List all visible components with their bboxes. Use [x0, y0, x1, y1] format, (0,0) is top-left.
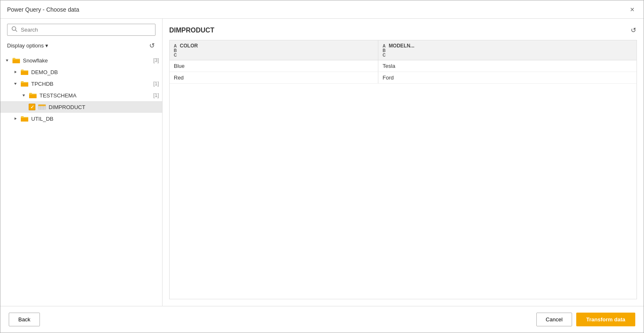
search-box	[7, 24, 155, 36]
title-bar: Power Query - Choose data ×	[0, 0, 644, 19]
chevron-down-icon	[12, 80, 19, 87]
search-box-wrap	[0, 24, 162, 38]
bottom-bar: Back Cancel Transform data	[0, 306, 644, 333]
table-icon	[38, 103, 46, 111]
demo-db-label: DEMO_DB	[31, 69, 159, 75]
cell-color-1: Blue	[170, 60, 378, 72]
display-options-button[interactable]: Display options ▾	[7, 42, 48, 49]
util-db-label: UTIL_DB	[31, 116, 159, 122]
chevron-right-icon	[12, 115, 19, 122]
col-header-color: ABC COLOR	[170, 40, 378, 60]
back-button[interactable]: Back	[9, 313, 40, 326]
left-panel: Display options ▾ ↺	[0, 19, 163, 306]
svg-marker-2	[6, 60, 8, 62]
chevron-right-icon	[12, 69, 19, 75]
tree: Snowflake [3] DEMO_DB	[0, 53, 162, 301]
col-type-abc-icon: ABC	[174, 44, 177, 57]
search-input[interactable]	[21, 27, 151, 33]
right-header: DIMPRODUCT ↺	[169, 25, 637, 35]
chevron-down-icon	[4, 57, 10, 64]
svg-marker-4	[14, 83, 17, 85]
table-row: Red Ford	[170, 72, 637, 84]
tree-item-testschema[interactable]: TESTSCHEMA [1]	[0, 89, 162, 101]
testschema-label: TESTSCHEMA	[39, 92, 151, 99]
svg-marker-3	[15, 71, 17, 73]
tree-item-dimproduct[interactable]: DIMPRODUCT	[0, 101, 162, 113]
checkbox-checked-icon	[29, 104, 35, 110]
preview-refresh-button[interactable]: ↺	[630, 25, 637, 35]
display-options-row: Display options ▾ ↺	[0, 38, 162, 53]
table-title: DIMPRODUCT	[169, 27, 214, 34]
col-type-abc-icon: ABC	[382, 44, 385, 57]
snowflake-count: [3]	[153, 57, 159, 63]
svg-marker-5	[22, 94, 25, 97]
chevron-down-icon	[20, 92, 27, 99]
cell-color-2: Red	[170, 72, 378, 84]
folder-icon	[29, 92, 37, 99]
dimproduct-label: DIMPRODUCT	[49, 104, 159, 110]
main-window: Power Query - Choose data ×	[0, 0, 644, 333]
svg-rect-11	[38, 104, 46, 106]
testschema-count: [1]	[153, 92, 159, 98]
folder-icon	[20, 80, 29, 87]
refresh-button[interactable]: ↺	[148, 41, 155, 50]
window-title: Power Query - Choose data	[7, 6, 79, 13]
preview-table-wrap: ABC COLOR ABC MODELN... Blue Te	[169, 40, 637, 299]
chevron-down-icon: ▾	[45, 42, 48, 49]
cancel-button[interactable]: Cancel	[536, 313, 572, 326]
search-icon	[12, 26, 17, 33]
right-panel: DIMPRODUCT ↺ ABC COLOR ABC MODELN...	[163, 19, 644, 306]
cell-model-2: Ford	[378, 72, 637, 84]
tree-item-snowflake[interactable]: Snowflake [3]	[0, 55, 162, 66]
content-area: Display options ▾ ↺	[0, 19, 644, 306]
display-options-label-text: Display options	[7, 42, 44, 49]
folder-icon	[12, 57, 20, 64]
svg-point-0	[12, 27, 16, 30]
tpchdb-label: TPCHDB	[31, 81, 151, 87]
snowflake-label: Snowflake	[23, 57, 151, 64]
tree-item-demo-db[interactable]: DEMO_DB	[0, 66, 162, 78]
svg-line-1	[15, 30, 17, 32]
bottom-right-buttons: Cancel Transform data	[536, 313, 635, 326]
transform-data-button[interactable]: Transform data	[576, 313, 635, 326]
folder-icon	[20, 115, 29, 122]
tree-item-util-db[interactable]: UTIL_DB	[0, 113, 162, 124]
tpchdb-count: [1]	[153, 81, 159, 87]
close-button[interactable]: ×	[627, 5, 637, 14]
folder-icon	[20, 68, 29, 76]
tree-item-tpchdb[interactable]: TPCHDB [1]	[0, 78, 162, 89]
preview-table: ABC COLOR ABC MODELN... Blue Te	[170, 40, 637, 84]
col-header-model: ABC MODELN...	[378, 40, 637, 60]
table-row: Blue Tesla	[170, 60, 637, 72]
cell-model-1: Tesla	[378, 60, 637, 72]
svg-marker-12	[15, 117, 17, 120]
